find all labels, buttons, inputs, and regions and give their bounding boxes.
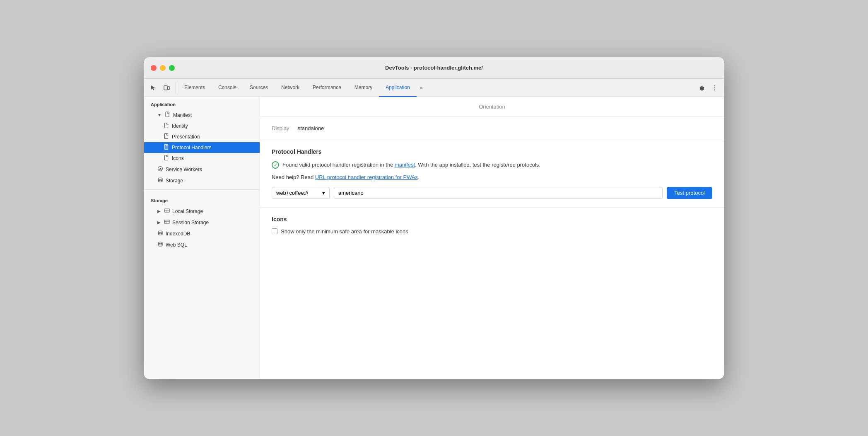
- sidebar-item-icons-label: Icons: [172, 155, 253, 161]
- help-text-row: Need help? Read URL protocol handler reg…: [272, 174, 712, 180]
- test-protocol-button[interactable]: Test protocol: [667, 187, 712, 199]
- icons-section: Icons Show only the minimum safe area fo…: [260, 208, 724, 243]
- close-button[interactable]: [151, 65, 157, 71]
- device-icon[interactable]: [161, 82, 172, 94]
- chevron-down-icon: ▾: [322, 190, 325, 196]
- help-pre-text: Need help? Read: [272, 174, 315, 180]
- tab-network[interactable]: Network: [275, 79, 306, 97]
- sidebar-item-service-workers-label: Service Workers: [166, 167, 253, 172]
- tab-memory[interactable]: Memory: [348, 79, 379, 97]
- svg-rect-8: [165, 145, 168, 150]
- svg-rect-9: [165, 155, 168, 160]
- sidebar-item-identity[interactable]: Identity: [144, 121, 260, 131]
- tab-performance[interactable]: Performance: [306, 79, 348, 97]
- more-options-icon[interactable]: [709, 82, 721, 94]
- protocol-input[interactable]: [334, 187, 663, 199]
- sidebar-item-web-sql-label: Web SQL: [166, 242, 253, 248]
- sidebar-item-service-workers[interactable]: Service Workers: [144, 164, 260, 175]
- success-checkmark-icon: ✓: [272, 161, 279, 169]
- minimize-button[interactable]: [160, 65, 166, 71]
- sidebar-item-indexeddb[interactable]: IndexedDB: [144, 228, 260, 239]
- tabbar-actions: [696, 82, 721, 94]
- sidebar-item-storage-label: Storage: [166, 178, 253, 184]
- app-section-title: Application: [144, 97, 260, 109]
- storage-section-title: Storage: [144, 193, 260, 206]
- session-storage-icon: [164, 219, 170, 226]
- orientation-row: Orientation: [260, 97, 724, 117]
- sidebar-item-icons[interactable]: Icons: [144, 153, 260, 164]
- maskable-checkbox[interactable]: [272, 228, 277, 234]
- tab-elements[interactable]: Elements: [178, 79, 212, 97]
- web-sql-icon: [157, 241, 163, 248]
- triangle-icon: ▼: [157, 113, 162, 117]
- session-storage-triangle-icon: ▶: [157, 220, 161, 225]
- sidebar-item-presentation[interactable]: Presentation: [144, 131, 260, 142]
- icons-title: Icons: [272, 216, 712, 223]
- manifest-link[interactable]: manifest: [395, 162, 415, 168]
- sidebar-item-storage[interactable]: Storage: [144, 175, 260, 186]
- sidebar-item-session-storage[interactable]: ▶ Session Storage: [144, 217, 260, 228]
- sidebar-item-session-storage-label: Session Storage: [172, 220, 253, 225]
- display-value: standalone: [298, 125, 324, 131]
- svg-point-19: [158, 231, 162, 233]
- tab-console[interactable]: Console: [212, 79, 243, 97]
- tab-sources[interactable]: Sources: [243, 79, 275, 97]
- svg-point-20: [158, 242, 162, 244]
- svg-rect-16: [164, 220, 169, 223]
- sidebar-item-local-storage-label: Local Storage: [172, 208, 253, 214]
- svg-rect-7: [165, 134, 168, 139]
- storage-icon: [157, 177, 163, 184]
- svg-rect-6: [165, 123, 168, 128]
- traffic-lights: [151, 65, 175, 71]
- identity-file-icon: [164, 123, 169, 129]
- service-workers-icon: [157, 166, 163, 173]
- protocol-select-value: web+coffee://: [276, 190, 320, 196]
- display-label: Display: [272, 125, 289, 131]
- titlebar: DevTools - protocol-handler.glitch.me/: [144, 57, 724, 79]
- icons-file-icon: [164, 155, 169, 162]
- main-content: Application ▼ Manifest: [144, 97, 724, 379]
- sidebar-item-identity-label: Identity: [172, 123, 253, 129]
- sidebar-item-web-sql[interactable]: Web SQL: [144, 239, 260, 250]
- protocol-row: web+coffee:// ▾ Test protocol: [272, 187, 712, 199]
- sidebar-divider: [144, 189, 260, 190]
- sidebar-item-manifest-label: Manifest: [173, 112, 253, 118]
- protocol-handlers-section: Protocol Handlers ✓ Found valid protocol…: [260, 140, 724, 208]
- maskable-label: Show only the minimum safe area for mask…: [281, 228, 408, 235]
- sidebar-item-local-storage[interactable]: ▶ Local Storage: [144, 206, 260, 217]
- presentation-file-icon: [164, 133, 169, 140]
- svg-rect-1: [168, 87, 169, 90]
- protocol-handlers-title: Protocol Handlers: [272, 148, 712, 155]
- sidebar-item-protocol-handlers-label: Protocol Handlers: [172, 145, 253, 150]
- more-tabs-button[interactable]: »: [417, 79, 426, 97]
- sidebar-item-manifest[interactable]: ▼ Manifest: [144, 109, 260, 121]
- devtools-window: DevTools - protocol-handler.glitch.me/ E…: [144, 57, 724, 379]
- maskable-icons-row: Show only the minimum safe area for mask…: [272, 228, 712, 235]
- success-text: Found valid protocol handler registratio…: [282, 161, 540, 169]
- sidebar-item-presentation-label: Presentation: [172, 134, 253, 140]
- svg-rect-13: [164, 209, 169, 212]
- local-storage-triangle-icon: ▶: [157, 209, 161, 213]
- svg-point-2: [714, 85, 715, 86]
- success-post-text: . With the app installed, test the regis…: [415, 162, 540, 168]
- svg-point-11: [160, 168, 161, 170]
- help-post-text: .: [418, 174, 420, 180]
- display-row: Display standalone: [260, 117, 724, 140]
- content-area: Orientation Display standalone Protocol …: [260, 97, 724, 379]
- tabbar: Elements Console Sources Network Perform…: [144, 79, 724, 97]
- settings-icon[interactable]: [696, 82, 707, 94]
- success-message: ✓ Found valid protocol handler registrat…: [272, 161, 712, 169]
- svg-point-12: [158, 178, 162, 179]
- protocol-select[interactable]: web+coffee:// ▾: [272, 187, 330, 199]
- sidebar-item-protocol-handlers[interactable]: Protocol Handlers: [144, 142, 260, 153]
- svg-rect-0: [164, 86, 167, 90]
- maximize-button[interactable]: [169, 65, 175, 71]
- inspect-icon[interactable]: [147, 82, 159, 94]
- protocol-handlers-file-icon: [164, 144, 169, 151]
- tab-application[interactable]: Application: [379, 79, 417, 97]
- svg-rect-5: [166, 112, 169, 117]
- svg-point-4: [714, 89, 715, 90]
- pwa-link[interactable]: URL protocol handler registration for PW…: [315, 174, 418, 180]
- sidebar: Application ▼ Manifest: [144, 97, 260, 379]
- window-title: DevTools - protocol-handler.glitch.me/: [385, 65, 483, 71]
